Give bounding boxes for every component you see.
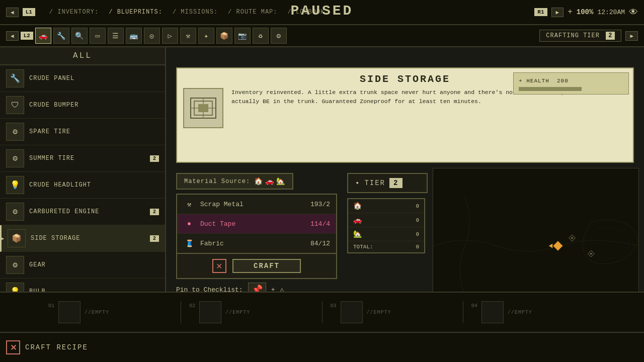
list-item[interactable]: 💡 CRUDE HEADLIGHT [0,172,165,199]
item-icon: ⚙ [6,203,24,221]
craft-button[interactable]: CRAFT [232,259,301,273]
l2-badge[interactable]: L2 [21,32,33,40]
time-display: 12:20AM [597,9,625,16]
tier-section: ▪ TIER 2 [347,173,428,193]
top-bar: ◀ L1 / INVENTORY: / BLUEPRINTS: / MISSIO… [0,0,644,25]
mat-name-tape: Duct Tape [200,220,305,228]
installed-bar: 01 //EMPTY 02 //EMPTY 03 //EMPTY 04 //EM… [0,292,644,332]
tier-box: ▪ TIER 2 [347,173,428,193]
item-badge: 2 [150,235,159,242]
install-slot: 02 //EMPTY [181,301,322,323]
item-name: CRUDE PANEL [29,75,159,82]
tool-car[interactable]: 🚗 [35,28,51,44]
item-name: CRUDE BUMPER [29,102,159,109]
source-icons: 🏠 🚗 🏡 [254,177,285,186]
svg-rect-5 [433,197,638,295]
tool-rect[interactable]: ▭ [90,28,106,44]
list-item[interactable]: ⚙ SPARE TIRE [0,119,165,145]
r1-badge[interactable]: R1 [534,8,547,16]
slot-num: 04 [471,303,477,309]
tool-gun[interactable]: ☰ [108,28,124,44]
l1-badge[interactable]: L1 [23,8,35,16]
cancel-button[interactable]: ✕ [212,259,226,273]
left-panel: ALL 🔧 CRUDE PANEL 🛡 CRUDE BUMPER ⚙ SPARE… [0,47,166,332]
mat-count-scrap: 193/2 [310,201,330,208]
slot-num: 02 [189,303,195,309]
tab-inventory[interactable]: / INVENTORY: [49,9,99,16]
item-icon: ⚙ [6,149,24,167]
paused-title: PAUSED [291,3,354,19]
expand-arrow: ▶ [1,235,4,242]
item-name: CRUDE HEADLIGHT [29,182,159,189]
tool-play[interactable]: ▷ [162,28,178,44]
cost-row-3: 🏡 0 [348,227,424,241]
tab-missions[interactable]: / MISSIONS: [173,9,218,16]
list-item[interactable]: ⚙ SUMMER TIRE 2 [0,145,165,172]
close-button[interactable]: ✕ [6,340,20,354]
source-icon-1: 🏠 [254,177,263,186]
item-icon: ⚙ [6,123,24,141]
item-name: GEAR [29,261,159,268]
tool-crosshair[interactable]: ✦ [198,28,214,44]
cost-total: TOTAL: 0 [348,241,424,252]
materials-box: ⚒ Scrap Metal 193/2 ● Duct Tape 114/4 🧵 … [176,194,337,254]
cost-val-3: 0 [416,231,419,237]
item-name: CARBURETED ENGINE [29,208,145,215]
cost-val-2: 0 [416,217,419,223]
svg-rect-4 [198,104,208,112]
tool-gear[interactable]: ⚙ [271,28,287,44]
tool-camera[interactable]: 📷 [234,28,251,44]
material-row-fabric: 🧵 Fabric 84/12 [177,234,336,253]
health-label: + HEALTH 200 [519,78,569,84]
tool-bus[interactable]: 🚌 [126,28,142,44]
install-slot: 03 //EMPTY [323,301,463,323]
tool-wrench[interactable]: 🔧 [53,28,69,44]
prev-btn[interactable]: ◀ [6,8,19,17]
tool-recycle[interactable]: ♻ [253,28,269,44]
item-icon: 📦 [8,229,26,247]
nav-tabs: / INVENTORY: / BLUEPRINTS: / MISSIONS: /… [49,9,329,16]
slot-box [341,301,363,323]
list-item[interactable]: 🛡 CRUDE BUMPER [0,92,165,119]
all-header: ALL [0,47,165,65]
plus-icon: + [568,8,573,17]
item-icon: 💡 [6,176,24,194]
list-item[interactable]: ⚙ CARBURETED ENGINE 2 [0,199,165,225]
tab-blueprints[interactable]: / BLUEPRINTS: [109,9,163,16]
tool-search[interactable]: 🔍 [71,28,88,44]
health-bar [519,87,582,91]
mat-icon-tape: ● [183,218,195,230]
source-icon-3: 🏡 [276,177,285,186]
craft-btn-row: ✕ CRAFT [176,254,337,279]
craft-section: Material Source: 🏠 🚗 🏡 ⚒ Scrap Metal 193… [176,173,337,279]
next-btn[interactable]: ▶ [551,8,564,17]
list-item[interactable]: 🔧 CRUDE PANEL [0,65,165,92]
tool-wrench2[interactable]: ⚒ [180,28,196,44]
cost-icon-1: 🏠 [353,202,362,210]
item-name: SIDE STORAGE [31,235,145,242]
second-next-btn[interactable]: ▶ [625,31,638,41]
tool-target[interactable]: ◎ [144,28,160,44]
tab-routemap[interactable]: / ROUTE MAP: [228,9,277,16]
item-icon: ⚙ [6,256,24,274]
slot-box [481,301,504,323]
cost-row-2: 🚗 0 [348,213,424,227]
material-row-tape: ● Duct Tape 114/4 [177,214,336,234]
slot-num: 01 [48,303,54,309]
list-item[interactable]: ▶ 📦 SIDE STORAGE 2 [0,225,165,252]
source-icon-2: 🚗 [265,177,274,186]
health-bar-area: + HEALTH 200 [513,72,629,95]
tool-box[interactable]: 📦 [216,28,232,44]
detail-card: SIDE STORAGE SIDE RACK Inventory reinven… [176,67,634,163]
item-name: SUMMER TIRE [29,155,145,162]
item-icon: 🔧 [6,69,24,87]
slot-num: 03 [331,303,337,309]
second-prev-btn[interactable]: ◀ [6,31,19,41]
mat-icon-scrap: ⚒ [183,198,195,210]
svg-point-11 [571,237,573,239]
cost-icon-2: 🚗 [353,216,362,224]
cost-val-1: 0 [416,203,419,209]
tier-box-icon: ▪ [355,179,360,187]
list-item[interactable]: ⚙ GEAR [0,252,165,279]
slot-box [58,301,80,323]
